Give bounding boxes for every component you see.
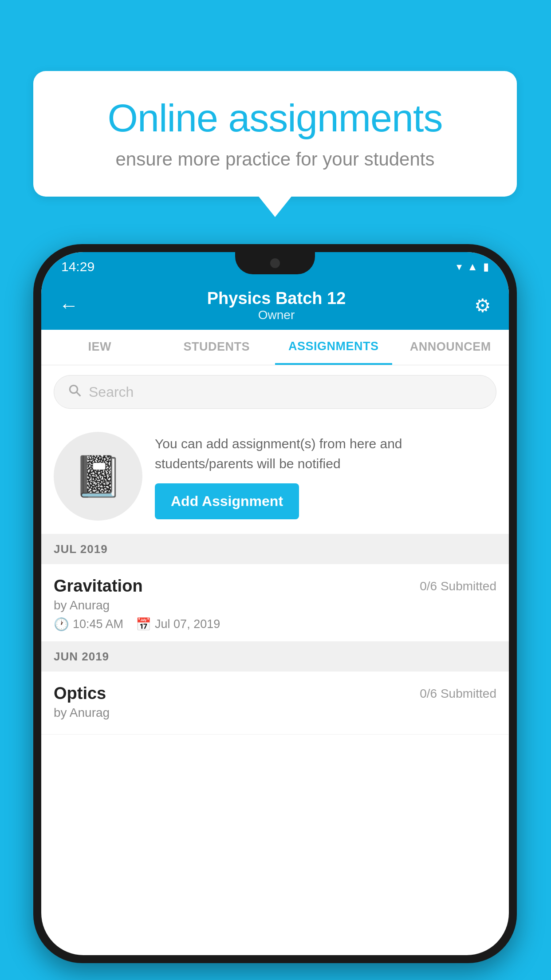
settings-button[interactable]: ⚙ [474,295,491,316]
search-bar[interactable]: Search [54,375,496,409]
tab-iew[interactable]: IEW [41,330,158,365]
clock-icon: 🕐 [54,617,69,632]
notch [235,252,315,274]
section-header-jul: JUL 2019 [41,534,509,564]
bubble-subtitle: ensure more practice for your students [60,149,490,170]
phone-screen: 14:29 ▾ ▲ ▮ ← Physics Batch 12 Owner ⚙ I… [41,252,509,955]
wifi-icon: ▾ [457,261,462,273]
battery-icon: ▮ [483,261,489,273]
batch-title: Physics Batch 12 [207,289,346,308]
assignment-item-gravitation[interactable]: Gravitation 0/6 Submitted by Anurag 🕐 10… [41,564,509,642]
phone-frame: 14:29 ▾ ▲ ▮ ← Physics Batch 12 Owner ⚙ I… [33,244,517,963]
content-area: Search 📓 You can add assignment(s) from … [41,365,509,735]
assignment-submitted-optics: 0/6 Submitted [420,687,496,701]
info-description: You can add assignment(s) from here and … [155,434,496,474]
section-header-jun: JUN 2019 [41,642,509,672]
camera [270,258,280,268]
assignment-title: Gravitation [54,577,143,596]
assignment-submitted: 0/6 Submitted [420,579,496,593]
search-placeholder: Search [89,384,134,400]
assignment-top-row: Gravitation 0/6 Submitted [54,577,496,596]
tab-assignments[interactable]: ASSIGNMENTS [275,330,392,365]
assignment-top-row-2: Optics 0/6 Submitted [54,684,496,703]
notebook-icon-wrap: 📓 [54,432,142,521]
assignment-date: 📅 Jul 07, 2019 [136,617,220,632]
speech-bubble: Online assignments ensure more practice … [33,71,517,197]
tabs-bar: IEW STUDENTS ASSIGNMENTS ANNOUNCEM [41,330,509,365]
calendar-icon: 📅 [136,617,151,632]
tab-students[interactable]: STUDENTS [158,330,276,365]
status-bar: 14:29 ▾ ▲ ▮ [41,252,509,281]
assignment-time: 🕐 10:45 AM [54,617,123,632]
assignment-author: by Anurag [54,598,496,612]
search-icon [67,383,82,401]
notebook-icon: 📓 [73,453,123,500]
assignment-meta: 🕐 10:45 AM 📅 Jul 07, 2019 [54,617,496,632]
back-button[interactable]: ← [59,294,79,316]
add-assignment-button[interactable]: Add Assignment [155,483,299,519]
info-card: 📓 You can add assignment(s) from here an… [41,419,509,534]
status-time: 14:29 [61,259,94,274]
assignment-title-optics: Optics [54,684,106,703]
header-center: Physics Batch 12 Owner [207,289,346,322]
svg-line-1 [77,392,81,396]
bubble-title: Online assignments [60,95,490,141]
assignment-author-optics: by Anurag [54,706,496,720]
status-icons: ▾ ▲ ▮ [457,261,489,273]
info-text: You can add assignment(s) from here and … [155,434,496,519]
assignment-item-optics[interactable]: Optics 0/6 Submitted by Anurag [41,672,509,735]
tab-announcements[interactable]: ANNOUNCEM [392,330,509,365]
search-container: Search [41,365,509,419]
app-header: ← Physics Batch 12 Owner ⚙ [41,281,509,330]
signal-icon: ▲ [467,261,478,273]
svg-point-0 [70,385,77,393]
owner-label: Owner [207,308,346,322]
